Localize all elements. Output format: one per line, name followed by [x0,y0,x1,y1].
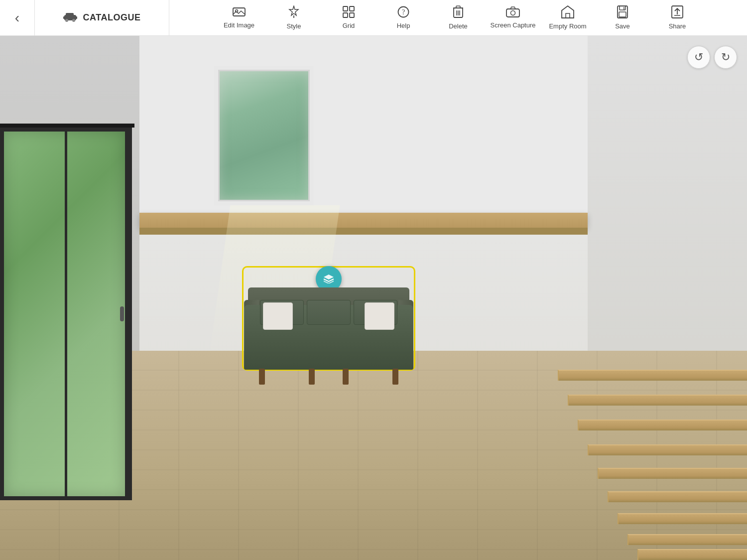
svg-rect-12 [350,13,354,17]
grid-button[interactable]: Grid [321,0,376,36]
back-wall-upper [139,36,588,213]
save-icon [617,5,628,20]
mezzanine-shelf [139,213,588,228]
back-window-frame [218,70,310,201]
style-icon [288,5,299,20]
empty-room-button[interactable]: Empty Room [540,0,595,36]
toolbar-actions: Edit Image Style Grid [169,0,747,36]
edit-image-label: Edit Image [224,21,254,29]
undo-button[interactable]: ↺ [687,46,710,69]
toolbar: ‹ CATALOGUE Edit I [0,0,747,36]
empty-room-label: Empty Room [549,22,586,30]
canvas-area[interactable]: ↺ ↻ [0,36,747,560]
stair-5 [598,468,747,479]
svg-rect-21 [506,9,519,17]
sofa-leg-4 [392,369,398,385]
redo-button[interactable]: ↻ [714,46,737,69]
svg-point-22 [511,11,515,15]
stair-4 [588,444,747,455]
stairs [558,136,747,560]
svg-point-3 [72,19,75,22]
sliding-glass-door [0,126,132,500]
sofa-cushion-2 [307,300,351,325]
svg-rect-25 [619,12,626,17]
svg-rect-9 [343,6,348,11]
edit-image-icon [233,6,246,19]
save-label: Save [615,22,630,30]
layers-icon [323,274,335,285]
camera-icon [506,6,520,19]
door-frame-top [0,124,134,128]
svg-rect-10 [350,6,354,11]
help-button[interactable]: ? Help [376,0,431,36]
door-handle [120,306,124,321]
sofa-leg-3 [343,369,349,385]
save-button[interactable]: Save [595,0,650,36]
svg-rect-24 [620,6,625,10]
grid-icon [343,6,355,20]
svg-rect-4 [63,16,65,19]
catalogue-section[interactable]: CATALOGUE [35,0,169,36]
history-controls: ↺ ↻ [687,46,737,69]
back-window [214,66,314,205]
sofa-pillow-right [365,302,394,330]
svg-point-2 [65,19,68,22]
sofa-leg-2 [309,369,315,385]
help-icon: ? [397,6,409,20]
svg-text:?: ? [402,8,405,16]
back-button[interactable]: ‹ [0,0,35,36]
svg-rect-11 [343,13,348,17]
sofa[interactable] [244,275,413,385]
mezzanine-face [139,228,588,235]
edit-image-button[interactable]: Edit Image [212,0,266,36]
delete-button[interactable]: Delete [431,0,486,36]
stair-6 [608,491,747,502]
catalogue-car-icon [63,11,77,25]
delete-label: Delete [449,22,468,30]
redo-icon: ↻ [721,51,730,64]
stair-2 [568,395,747,406]
stair-9 [637,549,747,560]
stair-3 [578,420,747,430]
stair-1 [558,370,747,381]
svg-rect-6 [233,8,245,16]
back-icon: ‹ [15,10,19,26]
empty-room-icon [561,5,574,20]
sofa-leg-1 [259,369,265,385]
svg-rect-5 [75,16,77,19]
share-icon [671,5,683,20]
screen-capture-button[interactable]: Screen Capture [486,0,540,36]
sofa-pillow-left [263,302,293,330]
style-label: Style [287,22,301,30]
share-button[interactable]: Share [650,0,705,36]
stair-7 [618,513,747,524]
stair-8 [627,534,747,545]
glass-door-divider [65,128,67,500]
delete-icon [453,5,464,20]
undo-icon: ↺ [694,51,703,64]
svg-rect-17 [456,6,460,8]
help-label: Help [397,22,410,29]
grid-label: Grid [343,22,355,29]
screen-capture-label: Screen Capture [490,21,535,29]
room-background [0,36,747,560]
share-label: Share [669,22,686,30]
catalogue-label: CATALOGUE [83,12,141,23]
style-button[interactable]: Style [266,0,321,36]
svg-rect-1 [66,13,74,17]
